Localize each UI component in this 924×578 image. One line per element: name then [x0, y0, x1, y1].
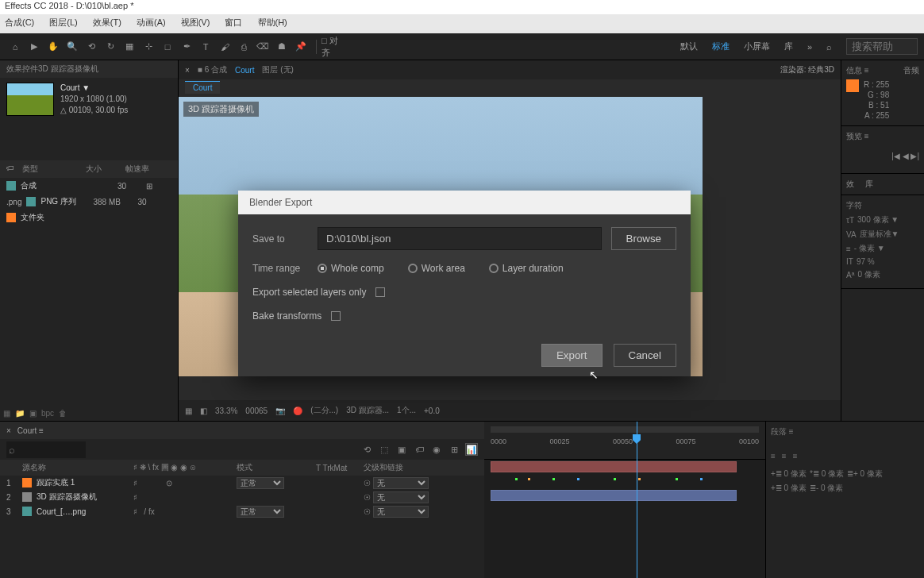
- ws-standard[interactable]: 标准: [712, 40, 730, 52]
- radio-whole-comp[interactable]: Whole comp: [318, 263, 384, 274]
- exposure[interactable]: +0.0: [424, 407, 440, 415]
- search-help-input[interactable]: [846, 38, 918, 55]
- project-item[interactable]: 合成 30 ⊞: [0, 178, 178, 194]
- res-icon[interactable]: ◧: [200, 407, 207, 415]
- layer-bar[interactable]: [491, 490, 737, 501]
- orbit-tool-icon[interactable]: ⟲: [83, 38, 100, 56]
- snapshot-icon[interactable]: 📷: [275, 407, 285, 415]
- align-left-icon[interactable]: ≡: [771, 452, 776, 460]
- trash-icon[interactable]: 🗑: [59, 409, 67, 418]
- home-icon[interactable]: ⌂: [6, 38, 24, 56]
- timeline-search-input[interactable]: [6, 441, 86, 458]
- tl-icon-3[interactable]: ▣: [395, 443, 408, 456]
- paragraph-panel-title[interactable]: 段落 ≡: [771, 426, 919, 437]
- tl-icon-1[interactable]: ⟲: [360, 443, 373, 456]
- layer-row[interactable]: 3 Court_[….png ♯ / fx 正常 ☉ 无: [0, 504, 484, 518]
- preview-panel-title[interactable]: 预览 ≡: [846, 131, 919, 142]
- col-mode[interactable]: 模式: [237, 462, 316, 473]
- menu-view[interactable]: 视图(V): [181, 17, 210, 27]
- hand-tool-icon[interactable]: ✋: [44, 38, 62, 56]
- renderer-label[interactable]: 渲染器: 经典3D: [780, 64, 834, 75]
- tag-icon[interactable]: 🏷: [6, 164, 22, 175]
- fx-tab[interactable]: 效: [846, 179, 854, 188]
- font-size[interactable]: 300 像素 ▼: [857, 214, 899, 225]
- interpret-icon[interactable]: ▦: [3, 409, 10, 418]
- export-selected-checkbox[interactable]: [375, 287, 385, 297]
- preview-transport[interactable]: |◀ ◀ ▶|: [846, 152, 919, 160]
- menu-layer[interactable]: 图层(L): [49, 17, 77, 27]
- layer-tab[interactable]: 图层 (无): [262, 64, 293, 75]
- ws-default[interactable]: 默认: [680, 40, 698, 52]
- radio-work-area[interactable]: Work area: [408, 263, 465, 274]
- stamp-tool-icon[interactable]: ⎙: [235, 38, 252, 56]
- col-source-name[interactable]: 源名称: [22, 462, 133, 473]
- audio-panel-title[interactable]: 音频: [903, 65, 919, 76]
- playhead[interactable]: [637, 422, 637, 578]
- comp-name[interactable]: Court ▼: [60, 83, 128, 94]
- parent-select[interactable]: 无: [373, 491, 429, 503]
- radio-layer-duration[interactable]: Layer duration: [489, 263, 564, 274]
- puppet-tool-icon[interactable]: 📌: [292, 38, 310, 56]
- effect-controls-tab[interactable]: 效果控件3D 跟踪器摄像机: [0, 60, 178, 78]
- zoom-level[interactable]: 33.3%: [215, 407, 237, 415]
- ws-small[interactable]: 小屏幕: [744, 40, 770, 52]
- tl-icon-2[interactable]: ⬚: [378, 443, 391, 456]
- bpc-label[interactable]: bpc: [41, 409, 54, 418]
- parent-select[interactable]: 无: [373, 506, 429, 518]
- blend-mode-select[interactable]: 正常: [237, 506, 284, 518]
- timeline-close-icon[interactable]: ×: [6, 426, 11, 435]
- project-item[interactable]: 文件夹: [0, 210, 178, 225]
- lib-tab[interactable]: 库: [865, 179, 873, 188]
- close-tab-icon[interactable]: ×: [185, 66, 190, 75]
- tl-icon-5[interactable]: ◉: [430, 443, 443, 456]
- parent-select[interactable]: 无: [373, 477, 429, 489]
- camera-icon[interactable]: [22, 492, 32, 502]
- col-parent[interactable]: 父级和链接: [364, 462, 459, 473]
- cancel-button[interactable]: Cancel: [614, 344, 677, 367]
- character-panel-title[interactable]: 字符: [846, 200, 919, 211]
- alpha-icon[interactable]: ▦: [185, 407, 192, 415]
- new-folder-icon[interactable]: 📁: [15, 409, 25, 418]
- time-ruler[interactable]: 0000 00025 00050 00075 00100: [484, 422, 765, 460]
- selection-tool-icon[interactable]: ▶: [25, 38, 43, 56]
- tracking[interactable]: - 像素 ▼: [854, 243, 885, 254]
- col-fps[interactable]: 帧速率: [125, 164, 157, 175]
- menu-compose[interactable]: 合成(C): [5, 17, 34, 27]
- anchor-tool-icon[interactable]: ⊹: [140, 38, 157, 56]
- tl-icon-4[interactable]: 🏷: [413, 443, 425, 456]
- blend-mode-select[interactable]: 正常: [237, 477, 284, 489]
- align-right-icon[interactable]: ≡: [793, 452, 798, 460]
- menu-window[interactable]: 窗口: [225, 17, 242, 27]
- ws-more-icon[interactable]: »: [807, 42, 812, 52]
- comp-tab-court[interactable]: Court: [235, 66, 254, 75]
- export-button[interactable]: Export: [541, 344, 603, 367]
- kerning[interactable]: 度量标准▼: [860, 229, 899, 240]
- resolution-dropdown[interactable]: (二分...): [310, 405, 338, 416]
- tl-graph-icon[interactable]: 📊: [465, 443, 478, 456]
- layer-row[interactable]: 2 3D 跟踪器摄像机 ♯ ☉ 无: [0, 490, 484, 504]
- eraser-tool-icon[interactable]: ⌫: [254, 38, 271, 56]
- project-item[interactable]: .png PNG 序列 388 MB 30: [0, 194, 178, 210]
- menu-anim[interactable]: 动画(A): [137, 17, 166, 27]
- footage-icon[interactable]: [22, 507, 32, 516]
- layer-color-icon[interactable]: [22, 478, 32, 487]
- channel-icon[interactable]: 🔴: [293, 407, 302, 415]
- col-type[interactable]: 类型: [22, 164, 86, 175]
- brush-tool-icon[interactable]: 🖌: [216, 38, 233, 56]
- info-panel-title[interactable]: 信息 ≡: [846, 65, 869, 76]
- text-tool-icon[interactable]: T: [197, 38, 214, 56]
- menu-help[interactable]: 帮助(H): [258, 17, 287, 27]
- menu-effect[interactable]: 效果(T): [93, 17, 121, 27]
- align-center-icon[interactable]: ≡: [782, 452, 787, 460]
- views-dropdown[interactable]: 1个...: [397, 405, 416, 416]
- flow-tab-court[interactable]: Court: [185, 81, 220, 94]
- camera-tool-icon[interactable]: ▦: [121, 38, 138, 56]
- layer-bar[interactable]: [491, 461, 737, 472]
- vscale[interactable]: 97 %: [857, 257, 875, 266]
- rotate-tool-icon[interactable]: ↻: [102, 38, 119, 56]
- pen-tool-icon[interactable]: ✒: [178, 38, 195, 56]
- roto-tool-icon[interactable]: ☗: [273, 38, 291, 56]
- flowchart-icon[interactable]: ⊞: [146, 182, 152, 191]
- shape-tool-icon[interactable]: □: [159, 38, 176, 56]
- baseline[interactable]: 0 像素: [857, 269, 880, 280]
